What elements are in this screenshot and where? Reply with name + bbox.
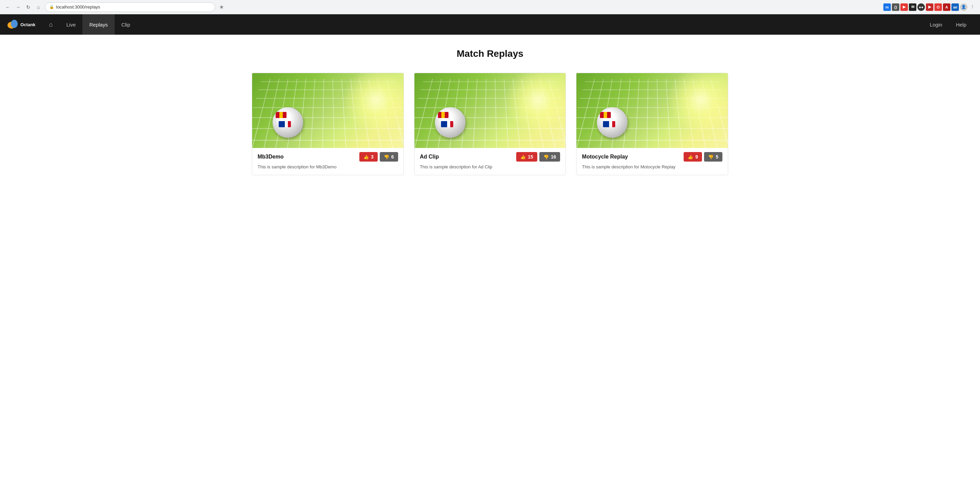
nav-help[interactable]: Help [949, 14, 973, 35]
card-title-mb3demo: Mb3Demo [258, 154, 283, 160]
thumbs-down-icon [543, 154, 549, 159]
svg-point-1 [11, 20, 18, 28]
card-description-mb3demo: This is sample description for Mb3Demo [258, 164, 398, 169]
extension-icons: m {} ▶ ✉ ●● ▶ O A ae 👤 ⋮ [883, 3, 976, 11]
vote-buttons-adclip: 15 16 [516, 152, 560, 162]
ext-menu-button[interactable]: ⋮ [969, 3, 976, 11]
forward-button[interactable]: → [14, 3, 22, 11]
ext-icon-3[interactable]: ▶ [900, 3, 908, 11]
dislike-count-motocycle-replay: 5 [716, 154, 718, 159]
card-title-adclip: Ad Clip [420, 154, 439, 160]
dislike-count-mb3demo: 6 [391, 154, 394, 159]
like-count-motocycle-replay: 9 [695, 154, 698, 159]
thumbs-down-icon [708, 154, 714, 159]
vote-buttons-mb3demo: 3 6 [360, 152, 398, 162]
page-title: Match Replays [21, 48, 959, 59]
nav-live[interactable]: Live [60, 14, 83, 35]
ext-icon-1[interactable]: m [883, 3, 891, 11]
card-title-row: Motocycle Replay 9 5 [582, 152, 722, 162]
thumbnail-glow [667, 73, 728, 134]
ext-icon-7[interactable]: O [934, 3, 942, 11]
home-icon: ⌂ [49, 21, 53, 28]
card-thumbnail-adclip [414, 73, 566, 148]
ext-icon-9[interactable]: ae [951, 3, 959, 11]
dislike-button-motocycle-replay[interactable]: 5 [704, 152, 722, 162]
main-content: Match Replays Mb3Demo 3 6 [0, 35, 980, 189]
nav-clip-label: Clip [121, 22, 130, 27]
app-navbar: Octank ⌂ Live Replays Clip Login Help [0, 14, 980, 35]
home-button[interactable]: ⌂ [35, 3, 42, 11]
nav-home[interactable]: ⌂ [42, 14, 60, 35]
like-button-mb3demo[interactable]: 3 [360, 152, 378, 162]
ext-icon-6[interactable]: ▶ [926, 3, 933, 11]
ext-icon-2[interactable]: {} [892, 3, 899, 11]
ext-icon-4[interactable]: ✉ [909, 3, 916, 11]
dislike-count-adclip: 16 [551, 154, 556, 159]
thumbs-up-icon [363, 154, 369, 159]
ext-icon-8[interactable]: A [943, 3, 950, 11]
card-mb3demo[interactable]: Mb3Demo 3 6 This is sample description f… [252, 73, 404, 175]
card-description-motocycle-replay: This is sample description for Motocycle… [582, 164, 722, 169]
thumbs-down-icon [384, 154, 389, 159]
soccer-ball-icon [435, 107, 466, 138]
card-thumbnail-mb3demo [252, 73, 404, 148]
logo[interactable]: Octank [7, 18, 35, 30]
card-title-row: Mb3Demo 3 6 [258, 152, 398, 162]
logo-svg [7, 18, 19, 30]
card-body-adclip: Ad Clip 15 16 This is sample description… [414, 148, 566, 175]
soccer-ball-icon [272, 107, 303, 138]
like-count-adclip: 15 [528, 154, 533, 159]
card-body-motocycle-replay: Motocycle Replay 9 5 This is sample desc… [576, 148, 728, 175]
card-motocycle-replay[interactable]: Motocycle Replay 9 5 This is sample desc… [576, 73, 728, 175]
card-title-row: Ad Clip 15 16 [420, 152, 560, 162]
nav-right: Login Help [923, 14, 973, 35]
like-count-mb3demo: 3 [371, 154, 374, 159]
cards-grid: Mb3Demo 3 6 This is sample description f… [252, 73, 728, 175]
browser-chrome: ← → ↻ ⌂ 🔒 localhost:3000/replays ★ m {} … [0, 0, 980, 14]
bookmark-icon[interactable]: ★ [219, 4, 224, 10]
card-adclip[interactable]: Ad Clip 15 16 This is sample description… [414, 73, 566, 175]
card-thumbnail-motocycle-replay [576, 73, 728, 148]
dislike-button-mb3demo[interactable]: 6 [380, 152, 398, 162]
nav-clip[interactable]: Clip [115, 14, 137, 35]
like-button-motocycle-replay[interactable]: 9 [684, 152, 702, 162]
address-bar[interactable]: 🔒 localhost:3000/replays [45, 2, 215, 12]
thumbs-up-icon [688, 154, 693, 159]
nav-replays-label: Replays [89, 22, 108, 27]
nav-login-label: Login [930, 22, 942, 27]
nav-items: ⌂ Live Replays Clip [42, 14, 923, 35]
reload-button[interactable]: ↻ [24, 3, 32, 11]
nav-login[interactable]: Login [923, 14, 949, 35]
thumbs-up-icon [520, 154, 526, 159]
card-body-mb3demo: Mb3Demo 3 6 This is sample description f… [252, 148, 404, 175]
vote-buttons-motocycle-replay: 9 5 [684, 152, 722, 162]
card-description-adclip: This is sample description for Ad Clip [420, 164, 560, 169]
card-title-motocycle-replay: Motocycle Replay [582, 154, 628, 160]
nav-replays[interactable]: Replays [82, 14, 115, 35]
nav-live-label: Live [66, 22, 76, 27]
dislike-button-adclip[interactable]: 16 [539, 152, 560, 162]
back-button[interactable]: ← [4, 3, 11, 11]
nav-help-label: Help [956, 22, 966, 27]
lock-icon: 🔒 [49, 5, 54, 9]
logo-text: Octank [21, 22, 35, 27]
thumbnail-glow [504, 73, 566, 134]
thumbnail-glow [342, 73, 404, 134]
ext-icon-5[interactable]: ●● [917, 3, 925, 11]
ext-icon-profile[interactable]: 👤 [960, 3, 967, 11]
soccer-ball-icon [597, 107, 627, 138]
like-button-adclip[interactable]: 15 [516, 152, 537, 162]
url-text: localhost:3000/replays [56, 5, 100, 10]
